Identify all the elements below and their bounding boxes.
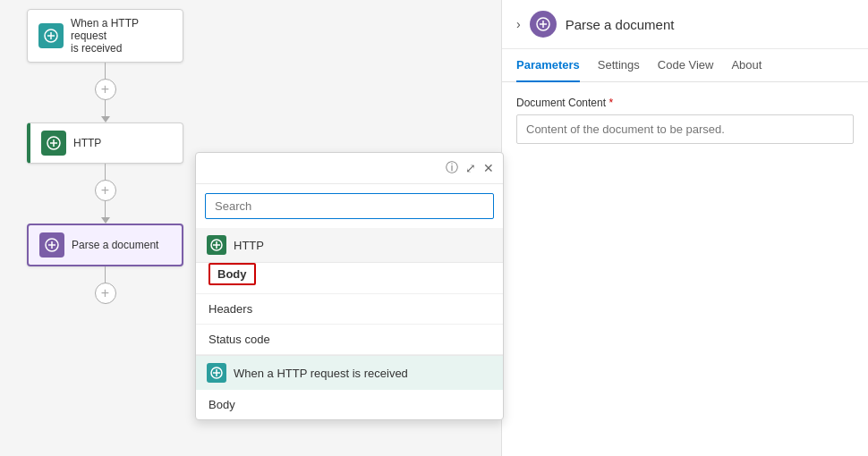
connector-arrow-2 bbox=[101, 217, 110, 224]
search-input[interactable] bbox=[205, 193, 494, 219]
connector-line-2b bbox=[105, 201, 106, 217]
document-content-label: Document Content * bbox=[516, 97, 854, 109]
flow-container: When a HTTP request is received + HTTP + bbox=[27, 9, 183, 304]
popup-search-area bbox=[196, 184, 503, 228]
popup-header: ⓘ ⤢ ✕ bbox=[196, 153, 503, 184]
collapse-icon[interactable]: › bbox=[516, 17, 521, 31]
connector-3: + bbox=[95, 266, 116, 304]
connector-line-1 bbox=[105, 63, 106, 79]
info-icon[interactable]: ⓘ bbox=[446, 160, 458, 176]
tab-settings[interactable]: Settings bbox=[598, 49, 640, 82]
add-step-button-3[interactable]: + bbox=[95, 283, 116, 304]
http-request-section-header: When a HTTP request is received bbox=[196, 355, 503, 390]
tab-code-view[interactable]: Code View bbox=[658, 49, 714, 82]
connector-line-2 bbox=[105, 164, 106, 180]
http-section-label: HTTP bbox=[234, 239, 264, 252]
body-item-container: Body bbox=[196, 263, 503, 294]
expand-icon[interactable]: ⤢ bbox=[465, 161, 476, 175]
http-node[interactable]: HTTP bbox=[27, 122, 183, 164]
http-section-icon bbox=[207, 235, 226, 255]
tab-parameters[interactable]: Parameters bbox=[516, 49, 580, 82]
http-request-label: When a HTTP request is received bbox=[71, 17, 172, 55]
add-step-button-1[interactable]: + bbox=[95, 79, 116, 100]
http-icon bbox=[41, 131, 66, 156]
http-request-section-label: When a HTTP request is received bbox=[234, 367, 408, 380]
connector-line-1b bbox=[105, 100, 106, 116]
body-item-2[interactable]: Body bbox=[196, 390, 503, 419]
http-label: HTTP bbox=[73, 137, 101, 149]
canvas-area: When a HTTP request is received + HTTP + bbox=[0, 0, 501, 456]
http-request-icon bbox=[38, 23, 64, 48]
http-request-node[interactable]: When a HTTP request is received bbox=[27, 9, 183, 63]
panel-content: Document Content * bbox=[502, 82, 868, 456]
http-section-header: HTTP bbox=[196, 228, 503, 263]
parse-icon bbox=[39, 232, 64, 258]
body-item[interactable]: Body bbox=[208, 263, 256, 285]
panel-node-icon bbox=[530, 11, 557, 38]
headers-item[interactable]: Headers bbox=[196, 294, 503, 325]
connector-1: + bbox=[95, 63, 116, 122]
add-step-button-2[interactable]: + bbox=[95, 180, 116, 201]
popup-panel: ⓘ ⤢ ✕ HTTP Body Headers Status code bbox=[195, 152, 504, 420]
tab-about[interactable]: About bbox=[731, 49, 762, 82]
parse-label: Parse a document bbox=[72, 239, 158, 251]
required-marker: * bbox=[606, 97, 613, 109]
connector-2: + bbox=[95, 164, 116, 224]
panel-header: › Parse a document bbox=[502, 0, 868, 49]
connector-line-3 bbox=[105, 266, 106, 283]
document-content-input[interactable] bbox=[516, 114, 854, 144]
panel-title: Parse a document bbox=[566, 17, 675, 32]
panel-tabs: Parameters Settings Code View About bbox=[502, 49, 868, 82]
right-panel: › Parse a document Parameters Settings C… bbox=[501, 0, 868, 456]
http-request-section-icon bbox=[207, 363, 226, 383]
connector-arrow-1 bbox=[101, 116, 110, 122]
status-code-item[interactable]: Status code bbox=[196, 325, 503, 355]
parse-node[interactable]: Parse a document bbox=[27, 224, 183, 266]
close-icon[interactable]: ✕ bbox=[483, 161, 494, 175]
